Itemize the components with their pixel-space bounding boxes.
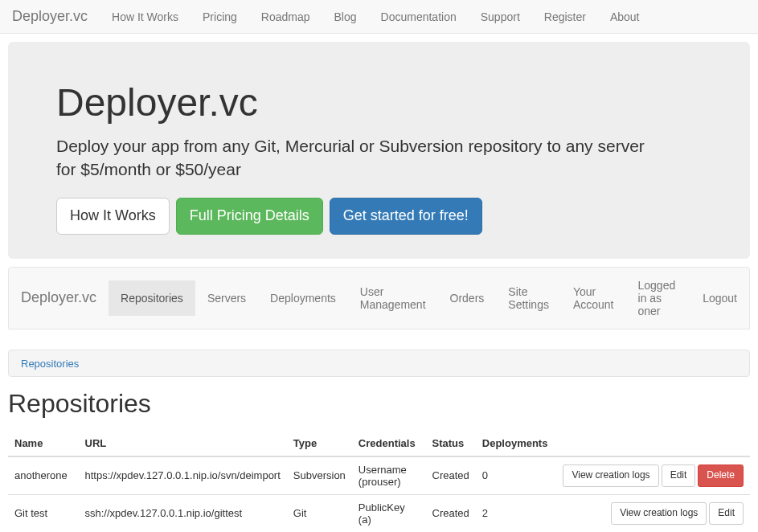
delete-button[interactable]: Delete [698, 464, 744, 487]
cell-url: https://xpdev.127.0.0.1.nip.io/svn/deimp… [79, 456, 287, 495]
cell-actions: View creation logsEdit [554, 494, 750, 532]
th-deployments: Deployments [476, 431, 555, 456]
repositories-table: Name URL Type Credentials Status Deploym… [8, 431, 750, 532]
cell-type: Git [287, 494, 352, 532]
topnav-register[interactable]: Register [532, 2, 598, 31]
topnav-blog[interactable]: Blog [322, 2, 369, 31]
hero-title: Deployer.vc [56, 80, 702, 125]
how-it-works-button[interactable]: How It Works [56, 198, 170, 235]
subnav-logout[interactable]: Logout [690, 280, 749, 316]
get-started-button[interactable]: Get started for free! [330, 198, 482, 235]
subnav-user-management[interactable]: User Management [348, 274, 438, 322]
th-actions [554, 431, 750, 456]
subnav-deployments[interactable]: Deployments [258, 280, 348, 316]
cell-url: ssh://xpdev.127.0.0.1.nip.io/gittest [79, 494, 287, 532]
cell-status: Created [426, 456, 476, 495]
th-credentials: Credentials [352, 431, 426, 456]
subnav-logged-in[interactable]: Logged in as oner [626, 268, 691, 329]
breadcrumb-repositories[interactable]: Repositories [21, 358, 79, 370]
top-brand[interactable]: Deployer.vc [12, 0, 100, 33]
edit-button[interactable]: Edit [662, 464, 696, 487]
th-name: Name [8, 431, 79, 456]
full-pricing-button[interactable]: Full Pricing Details [176, 198, 323, 235]
th-type: Type [287, 431, 352, 456]
topnav-pricing[interactable]: Pricing [191, 2, 249, 31]
subnav-site-settings[interactable]: Site Settings [496, 274, 561, 322]
cell-name: anotherone [8, 456, 79, 495]
topnav-how-it-works[interactable]: How It Works [100, 2, 191, 31]
sub-navbar: Deployer.vc Repositories Servers Deploym… [8, 267, 750, 329]
breadcrumb: Repositories [8, 350, 750, 377]
hero-jumbotron: Deployer.vc Deploy your app from any Git… [8, 42, 750, 259]
hero-subtitle: Deploy your app from any Git, Mercurial … [56, 134, 667, 182]
cell-actions: View creation logsEditDelete [554, 456, 750, 495]
cell-credentials: PublicKey (a) [352, 494, 426, 532]
top-navbar: Deployer.vc How It Works Pricing Roadmap… [0, 0, 758, 34]
table-row: Git testssh://xpdev.127.0.0.1.nip.io/git… [8, 494, 750, 532]
subnav-repositories[interactable]: Repositories [109, 280, 195, 316]
topnav-roadmap[interactable]: Roadmap [249, 2, 322, 31]
cell-deployments: 2 [476, 494, 555, 532]
cell-deployments: 0 [476, 456, 555, 495]
subnav-orders[interactable]: Orders [438, 280, 497, 316]
subnav-servers[interactable]: Servers [195, 280, 258, 316]
view-logs-button[interactable]: View creation logs [563, 464, 658, 487]
subnav-your-account[interactable]: Your Account [561, 274, 626, 322]
topnav-documentation[interactable]: Documentation [369, 2, 469, 31]
cell-status: Created [426, 494, 476, 532]
topnav-support[interactable]: Support [469, 2, 532, 31]
page-title: Repositories [8, 389, 750, 419]
th-url: URL [79, 431, 287, 456]
edit-button[interactable]: Edit [709, 502, 744, 525]
cell-credentials: Username (prouser) [352, 456, 426, 495]
subnav-brand[interactable]: Deployer.vc [9, 280, 109, 316]
hero-button-row: How It Works Full Pricing Details Get st… [56, 198, 702, 235]
cell-name: Git test [8, 494, 79, 532]
th-status: Status [426, 431, 476, 456]
topnav-about[interactable]: About [598, 2, 652, 31]
cell-type: Subversion [287, 456, 352, 495]
table-row: anotheronehttps://xpdev.127.0.0.1.nip.io… [8, 456, 750, 495]
view-logs-button[interactable]: View creation logs [611, 502, 707, 525]
main-content: Repositories Repositories Name URL Type … [0, 329, 758, 532]
